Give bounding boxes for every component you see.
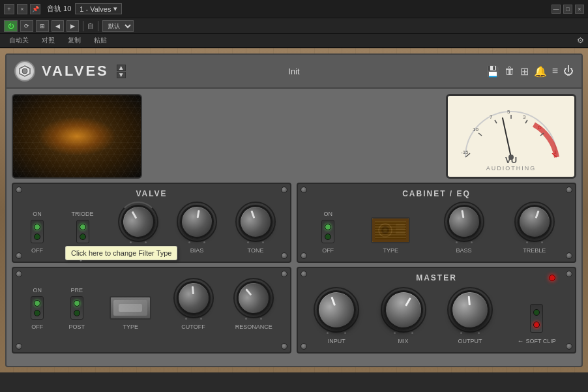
tube-display bbox=[12, 94, 142, 179]
auto-off-button[interactable]: 自动关 bbox=[4, 34, 34, 47]
cabinet-on-off-toggle[interactable]: ON OFF bbox=[321, 211, 334, 254]
loop-button[interactable]: ⟳ bbox=[20, 20, 33, 32]
svg-text:7: 7 bbox=[490, 114, 493, 120]
track-selector[interactable]: 1 - Valves ▾ bbox=[75, 3, 122, 14]
drive-knob[interactable] bbox=[115, 198, 162, 245]
pentode-label: PENTODE bbox=[68, 247, 96, 254]
cutoff-dot-right bbox=[200, 318, 202, 320]
master-screw-tl bbox=[301, 271, 307, 277]
nav-left-button[interactable]: ◀ bbox=[51, 20, 64, 32]
power-icon[interactable]: ⏻ bbox=[563, 65, 574, 77]
pre-led bbox=[74, 300, 80, 307]
mid-row: VALVE ON OFF TRI bbox=[12, 183, 576, 263]
match-button[interactable]: 对照 bbox=[37, 34, 60, 47]
close-button[interactable]: × bbox=[575, 5, 584, 14]
bell-icon[interactable]: 🔔 bbox=[534, 65, 547, 78]
save-icon[interactable]: 💾 bbox=[486, 65, 499, 78]
treble-knob[interactable] bbox=[513, 200, 557, 244]
soft-clip-toggle-group[interactable]: ← SOFT CLIP bbox=[517, 304, 555, 344]
output-knob-wrapper bbox=[450, 290, 490, 329]
svg-line-4 bbox=[495, 120, 497, 123]
filter-toggle-switch[interactable] bbox=[31, 296, 44, 320]
valve-on-off-toggle[interactable]: ON OFF bbox=[31, 211, 44, 254]
input-knob-group: INPUT bbox=[317, 290, 356, 344]
grid-icon[interactable]: ⊞ bbox=[520, 65, 529, 78]
copy-button[interactable]: 复制 bbox=[63, 34, 86, 47]
resonance-knob-group: RESONANCE bbox=[235, 281, 272, 330]
mix-dot-left bbox=[394, 332, 396, 334]
valve-off-label: OFF bbox=[31, 247, 43, 254]
soft-clip-led-top bbox=[533, 309, 540, 316]
svg-rect-23 bbox=[396, 224, 405, 226]
cutoff-dot-left bbox=[185, 318, 187, 320]
filter-pre-label: PRE bbox=[70, 287, 83, 294]
bass-dot-right bbox=[471, 241, 473, 243]
cabinet-svg bbox=[372, 219, 409, 242]
tone-knob[interactable] bbox=[234, 200, 278, 244]
valve-mode-toggle[interactable]: TRIODE PENTODE bbox=[68, 211, 96, 254]
valve-mode-switch[interactable] bbox=[76, 220, 89, 243]
filter-off-label: OFF bbox=[31, 324, 43, 330]
master-section: MASTER bbox=[297, 267, 576, 354]
filter-type-button[interactable] bbox=[110, 296, 151, 320]
mix-knob-group: MIX bbox=[384, 290, 423, 344]
valve-knob-row: ON OFF TRIODE bbox=[18, 202, 285, 256]
filter-pre-post-switch[interactable] bbox=[70, 296, 83, 320]
settings-icon[interactable]: ⚙ bbox=[577, 36, 584, 45]
mix-knob[interactable] bbox=[377, 283, 430, 337]
filter-type-group: TYPE bbox=[110, 296, 151, 330]
input-label: INPUT bbox=[328, 338, 345, 344]
preset-up-button[interactable]: ▲ bbox=[117, 65, 126, 71]
resonance-knob-wrapper bbox=[237, 281, 271, 315]
cabinet-off-label: OFF bbox=[322, 247, 334, 254]
pentode-led bbox=[80, 234, 86, 240]
vu-brand: AUDIOTHING bbox=[486, 165, 537, 172]
input-knob[interactable] bbox=[312, 285, 362, 335]
cabinet-toggle-switch[interactable] bbox=[321, 220, 334, 243]
tone-label: TONE bbox=[248, 247, 264, 254]
cabinet-type-image[interactable] bbox=[371, 217, 410, 243]
minimize-button[interactable]: — bbox=[551, 5, 561, 14]
soft-clip-led-bottom bbox=[533, 322, 540, 328]
default-select[interactable]: 默认 bbox=[102, 20, 134, 32]
svg-rect-18 bbox=[372, 219, 409, 242]
svg-rect-27 bbox=[119, 304, 142, 312]
svg-point-1 bbox=[22, 68, 27, 74]
preset-down-button[interactable]: ▼ bbox=[117, 72, 126, 78]
grid-button[interactable]: ⊞ bbox=[36, 20, 49, 32]
maximize-button[interactable]: □ bbox=[563, 5, 572, 14]
tube-glow bbox=[38, 117, 116, 156]
menu-icon[interactable]: ≡ bbox=[552, 65, 558, 77]
bias-dot-right bbox=[203, 241, 205, 243]
plugin-header: VALVES ▲ ▼ Init 💾 🗑 ⊞ 🔔 ≡ ⏻ bbox=[7, 55, 581, 89]
drive-knob-wrapper bbox=[121, 205, 155, 239]
input-dot-left bbox=[327, 332, 329, 334]
filter-on-off-toggle[interactable]: ON OFF bbox=[31, 287, 44, 330]
valve-section: VALVE ON OFF TRI bbox=[12, 183, 291, 263]
bias-knob-wrapper bbox=[180, 205, 214, 239]
valve-toggle-switch[interactable] bbox=[31, 220, 44, 243]
screw-tr bbox=[281, 187, 287, 193]
bass-knob-wrapper bbox=[447, 205, 481, 239]
trash-icon[interactable]: 🗑 bbox=[505, 65, 515, 77]
title-bar-icons: + × 📌 bbox=[4, 4, 40, 14]
cutoff-knob-wrapper bbox=[177, 281, 211, 315]
preset-name: Init bbox=[288, 67, 299, 76]
soft-clip-switch[interactable] bbox=[530, 304, 543, 333]
cabinet-led-on bbox=[325, 224, 331, 230]
filter-on-label: ON bbox=[33, 287, 42, 294]
cabinet-screw-br bbox=[566, 252, 572, 259]
resonance-knob[interactable] bbox=[230, 274, 278, 322]
power-button[interactable]: ⏻ bbox=[4, 20, 18, 32]
remove-track-button[interactable]: × bbox=[17, 4, 27, 14]
nav-right-button[interactable]: ▶ bbox=[66, 20, 79, 32]
paste-button[interactable]: 粘贴 bbox=[89, 34, 112, 47]
add-track-button[interactable]: + bbox=[4, 4, 14, 14]
plugin-panel: VALVES ▲ ▼ Init 💾 🗑 ⊞ 🔔 ≡ ⏻ bbox=[5, 53, 583, 367]
filter-section: Click here to change Filter Type ON OFF bbox=[12, 267, 291, 354]
svg-rect-25 bbox=[396, 232, 405, 234]
plugin-title: VALVES bbox=[42, 63, 109, 80]
filter-pre-post-toggle[interactable]: PRE POST bbox=[68, 287, 85, 330]
screw-tl bbox=[16, 187, 22, 193]
pin-icon[interactable]: 📌 bbox=[30, 4, 40, 14]
